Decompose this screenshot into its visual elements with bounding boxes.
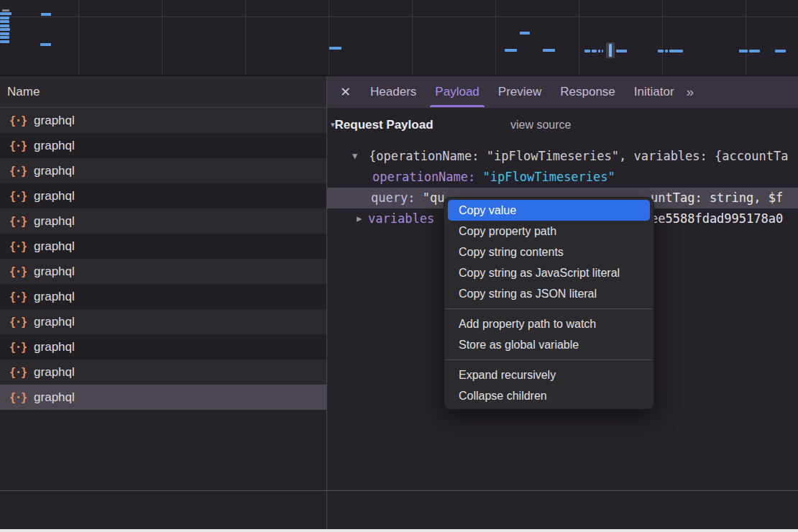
column-header-name[interactable]: Name: [0, 76, 326, 108]
tab-strip: HeadersPayloadPreviewResponseInitiator: [361, 76, 683, 107]
overview-request-bar: [739, 50, 748, 52]
menu-item-add-property-path-to-watch[interactable]: Add property path to watch: [444, 313, 653, 334]
request-name: graphql: [34, 265, 75, 279]
view-source-link[interactable]: view source: [510, 119, 571, 132]
tab-headers[interactable]: Headers: [361, 76, 426, 107]
overview-request-bar: [0, 36, 9, 39]
panel-split-divider[interactable]: [326, 76, 327, 529]
request-name: graphql: [34, 139, 75, 153]
overview-gridline: [579, 0, 579, 75]
overview-request-bar: [592, 50, 597, 52]
json-request-icon: {·}: [9, 215, 27, 228]
overview-request-bar: [543, 49, 555, 52]
json-request-icon: {·}: [9, 165, 27, 178]
tab-initiator[interactable]: Initiator: [625, 76, 684, 107]
json-request-icon: {·}: [9, 366, 27, 379]
tab-preview[interactable]: Preview: [489, 76, 551, 107]
overview-request-bar: [775, 50, 786, 52]
menu-item-copy-value[interactable]: Copy value: [448, 200, 650, 221]
overview-request-bar: [0, 20, 9, 23]
property-value-left-fragment: "qu: [423, 191, 445, 205]
request-row[interactable]: {·}graphql: [0, 234, 326, 259]
property-value: "ipFlowTimeseries": [483, 170, 615, 184]
request-row[interactable]: {·}graphql: [0, 108, 326, 133]
request-payload-title: Request Payload: [335, 118, 434, 132]
overview-request-bar: [520, 32, 530, 35]
request-row[interactable]: {·}graphql: [0, 284, 326, 309]
property-key: operationName:: [372, 170, 475, 184]
request-row[interactable]: {·}graphql: [0, 334, 326, 359]
overview-request-bar: [0, 17, 9, 19]
request-name: graphql: [34, 164, 75, 178]
request-row[interactable]: {·}graphql: [0, 309, 326, 334]
property-value-right-fragment: ee5588fdad995178a0: [651, 208, 783, 229]
json-request-icon: {·}: [9, 341, 27, 354]
menu-item-copy-string-as-json-literal[interactable]: Copy string as JSON literal: [444, 283, 653, 304]
request-name: graphql: [34, 340, 75, 354]
overview-gridline: [662, 0, 663, 75]
json-request-icon: {·}: [9, 240, 27, 253]
overview-gridline: [495, 0, 496, 75]
json-request-icon: {·}: [9, 139, 27, 152]
panel-header-row: Name ✕ HeadersPayloadPreviewResponseInit…: [0, 76, 798, 108]
context-menu: Copy valueCopy property pathCopy string …: [444, 197, 654, 410]
json-request-icon: {·}: [9, 114, 27, 127]
menu-item-copy-string-contents[interactable]: Copy string contents: [444, 242, 653, 262]
request-row[interactable]: {·}graphql: [0, 208, 326, 234]
overview-gridline: [245, 0, 246, 75]
request-name: graphql: [34, 290, 75, 304]
overview-request-bar: [749, 50, 760, 52]
network-overview-timeline[interactable]: [0, 0, 798, 76]
json-request-icon: {·}: [9, 316, 27, 329]
overview-request-bar: [602, 50, 603, 52]
overview-request-bar: [505, 49, 517, 52]
overview-gridline: [412, 0, 413, 75]
request-row[interactable]: {·}graphql: [0, 158, 326, 183]
tab-response[interactable]: Response: [551, 76, 625, 107]
menu-divider: [445, 308, 653, 309]
close-icon[interactable]: ✕: [340, 84, 351, 100]
json-request-icon: {·}: [9, 265, 27, 278]
payload-operation-row[interactable]: operationName: "ipFlowTimeseries": [327, 167, 798, 188]
expand-collapse-icon[interactable]: ▶: [357, 208, 362, 229]
request-row[interactable]: {·}graphql: [0, 359, 326, 385]
overview-request-bar: [609, 44, 612, 57]
request-name: graphql: [34, 114, 75, 128]
overview-gridline: [329, 0, 329, 75]
footer-area: [0, 491, 798, 529]
payload-root-row[interactable]: ▼{operationName: "ipFlowTimeseries", var…: [327, 146, 798, 167]
more-tabs-icon[interactable]: »: [687, 84, 693, 100]
json-request-icon: {·}: [9, 290, 27, 303]
devtools-network-panel: Name ✕ HeadersPayloadPreviewResponseInit…: [0, 0, 798, 532]
menu-item-copy-string-as-javascript-literal[interactable]: Copy string as JavaScript literal: [444, 262, 653, 283]
menu-divider: [445, 359, 653, 360]
request-row[interactable]: {·}graphql: [0, 259, 326, 284]
detail-tabbar: ✕ HeadersPayloadPreviewResponseInitiator…: [327, 76, 798, 108]
menu-item-expand-recursively[interactable]: Expand recursively: [444, 364, 653, 385]
overview-request-bar: [0, 28, 10, 31]
menu-item-copy-property-path[interactable]: Copy property path: [444, 221, 653, 242]
overview-request-bar: [40, 43, 51, 46]
overview-divider-line: [0, 17, 798, 17]
expand-collapse-icon[interactable]: ▼: [352, 146, 357, 167]
request-row[interactable]: {·}graphql: [0, 183, 326, 208]
overview-request-bar: [658, 50, 664, 52]
request-list: {·}graphql{·}graphql{·}graphql{·}graphql…: [0, 108, 326, 490]
tab-payload[interactable]: Payload: [426, 76, 488, 107]
overview-request-bar: [0, 32, 9, 35]
overview-request-bar: [665, 50, 668, 52]
request-row[interactable]: {·}graphql: [0, 385, 326, 410]
overview-gridline: [746, 0, 746, 75]
overview-request-bar: [0, 24, 9, 27]
menu-item-store-as-global-variable[interactable]: Store as global variable: [444, 334, 653, 355]
overview-request-bar: [616, 50, 627, 52]
menu-item-collapse-children[interactable]: Collapse children: [444, 385, 653, 406]
column-header-name-label: Name: [0, 76, 326, 107]
payload-root-preview: {operationName: "ipFlowTimeseries", vari…: [369, 149, 788, 163]
overview-request-bar: [0, 12, 12, 15]
request-row[interactable]: {·}graphql: [0, 133, 326, 158]
request-payload-section-header: ▾Request Payload view source: [331, 118, 434, 132]
json-request-icon: {·}: [9, 190, 27, 203]
overview-gridline: [162, 0, 162, 75]
overview-request-bar: [598, 50, 600, 52]
